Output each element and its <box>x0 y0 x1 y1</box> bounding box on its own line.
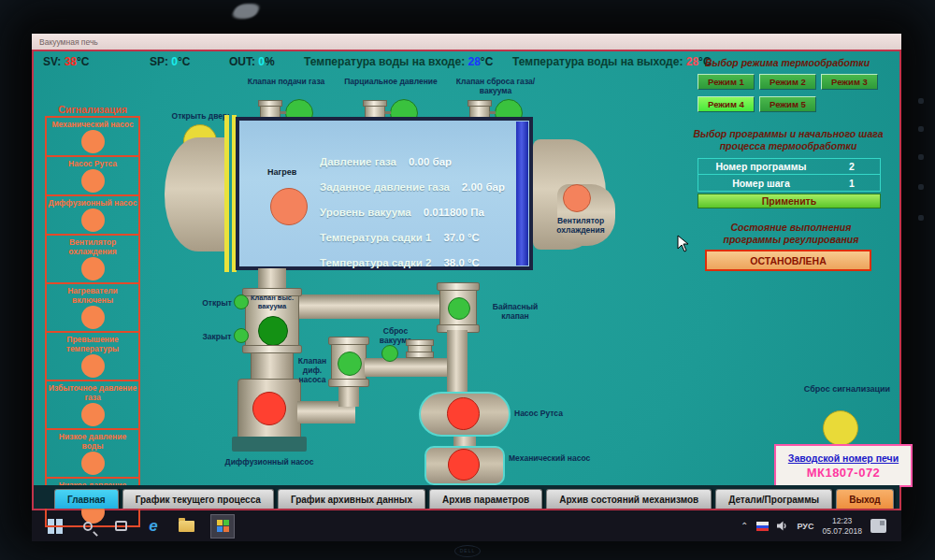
sp-unit: °C <box>178 55 190 68</box>
alarm-lamp-indicator <box>81 130 105 153</box>
high-vacuum-valve-label: Клапан выс. вакуума <box>248 294 296 311</box>
alarm-item-label: Избыточное давление газа <box>48 383 137 402</box>
mode-button[interactable]: Режим 1 <box>698 74 755 90</box>
clock-time: 12:23 <box>822 516 862 526</box>
alarm-item: Механический насос <box>45 116 140 157</box>
monitor-power-button[interactable] <box>918 215 924 221</box>
tab[interactable]: Выход <box>836 489 893 509</box>
monitor-osd-button[interactable] <box>918 154 924 160</box>
mode-button[interactable]: Режим 2 <box>759 74 816 90</box>
language-indicator[interactable]: РУС <box>797 522 813 531</box>
mode-button[interactable]: Режим 5 <box>759 96 816 112</box>
open-state-indicator <box>234 294 249 309</box>
monitor-bezel: DELL Вакуумная печь SV: 38°C SP: 0°C OUT… <box>0 0 935 560</box>
alarm-item: Вентилятор охлаждения <box>45 234 140 284</box>
program-row[interactable]: Номер программы 2 <box>698 159 880 175</box>
diffusion-pump-base <box>232 437 307 452</box>
sv-unit: °C <box>77 55 89 68</box>
notification-center-icon[interactable] <box>870 519 886 533</box>
window-titlebar: Вакуумная печь <box>32 34 901 50</box>
alarm-reset-button[interactable] <box>823 410 858 446</box>
vacuum-release-indicator[interactable] <box>381 345 398 362</box>
apply-button[interactable]: Применить <box>698 194 881 208</box>
reading-row: Температура садки 1 37.0 °C <box>320 224 525 250</box>
tab[interactable]: Главная <box>54 489 119 509</box>
high-vacuum-valve-indicator[interactable] <box>258 316 288 346</box>
diffusion-pump-indicator[interactable] <box>252 392 286 425</box>
scada-app: SV: 38°C SP: 0°C OUT: 0% Температура вод… <box>32 50 901 510</box>
edge-browser-icon[interactable]: e <box>145 518 162 535</box>
windows-taskbar: e ⌃ РУС 12:23 05.0 <box>32 510 901 541</box>
alarm-lamp-indicator <box>81 354 105 378</box>
alarm-item: Диффузионный насос <box>45 194 140 236</box>
program-row-label: Номер программы <box>698 161 824 172</box>
reading-label: Заданное давление газа <box>320 181 450 193</box>
tab[interactable]: График архивных данных <box>278 489 425 509</box>
reading-value: 37.0 °C <box>443 232 479 243</box>
bypass-valve-indicator[interactable] <box>448 297 470 320</box>
pipe <box>447 330 468 395</box>
open-state-label: Открыт <box>200 298 234 308</box>
out-readout: OUT: 0% <box>229 55 275 68</box>
reading-row: Заданное давление газа 2.00 бар <box>320 174 525 199</box>
scada-app-taskbar-icon[interactable] <box>210 514 235 538</box>
furnace-door <box>165 137 232 251</box>
monitor-osd-button[interactable] <box>918 126 924 132</box>
tab[interactable]: График текущего процесса <box>122 489 274 509</box>
program-row-label: Номер шага <box>698 178 824 189</box>
roots-pump-indicator[interactable] <box>447 397 480 430</box>
monitor-osd-button[interactable] <box>918 98 924 104</box>
file-explorer-icon[interactable] <box>178 518 194 535</box>
alarm-lamp-indicator <box>81 208 105 232</box>
sv-value: 38 <box>65 55 77 68</box>
serial-number-title: Заводской номер печи <box>788 452 899 464</box>
heating-label: Нагрев <box>267 167 314 178</box>
clock-date: 05.07.2018 <box>822 526 862 537</box>
diffusion-pump-valve-indicator[interactable] <box>338 352 362 376</box>
bypass-valve-label: Байпасный клапан <box>481 302 550 321</box>
reading-row: Температура садки 2 38.0 °C <box>320 250 525 275</box>
alarm-item: Превышение температуры <box>45 331 140 381</box>
tray-expand-icon[interactable]: ⌃ <box>741 521 748 531</box>
program-row[interactable]: Номер шага 1 <box>698 175 880 191</box>
program-row-value: 1 <box>824 178 880 189</box>
monitor-osd-button[interactable] <box>918 184 924 190</box>
mechanical-pump-label: Механический насос <box>509 453 595 463</box>
tab[interactable]: Архив параметров <box>429 489 542 509</box>
task-view-icon[interactable] <box>112 518 129 535</box>
closed-state-indicator <box>234 328 249 343</box>
reading-label: Температура садки 1 <box>320 232 431 243</box>
water-outlet-readout: Температура воды на выходе: 28°C <box>512 55 712 68</box>
reading-label: Уровень вакуума <box>320 207 411 218</box>
language-flag-icon[interactable] <box>756 522 769 531</box>
heating-indicator <box>270 188 308 225</box>
reading-value: 2.00 бар <box>462 181 505 193</box>
volume-icon[interactable] <box>777 521 788 531</box>
alarm-item-label: Низкое давление воды <box>48 432 137 451</box>
mouse-cursor <box>677 235 690 253</box>
tab[interactable]: Архив состояний механизмов <box>546 489 712 509</box>
water-inlet-readout: Температура воды на входе: 28°C <box>304 55 493 68</box>
water-inlet-value: 28 <box>468 55 480 68</box>
bezel-reflection <box>230 4 261 19</box>
alarm-panel: Механический насос Насос Рутса Диффузион… <box>45 118 140 527</box>
reading-value: 38.0 °C <box>443 257 479 268</box>
alarm-item: Нагреватели включены <box>45 282 140 333</box>
mechanical-pump-indicator[interactable] <box>448 449 480 481</box>
start-button-icon[interactable] <box>47 518 64 535</box>
program-row-value: 2 <box>824 161 880 172</box>
tab[interactable]: Детали/Программы <box>715 489 832 509</box>
cooling-fan-indicator[interactable] <box>563 184 591 212</box>
system-tray: ⌃ РУС 12:23 05.07.2018 <box>741 516 886 536</box>
alarm-item: Низкое давление воды <box>45 428 140 479</box>
pipe <box>365 358 449 377</box>
reading-label: Давление газа <box>320 156 396 167</box>
tab-bar: Главная График текущего процесса График … <box>34 485 899 509</box>
search-icon[interactable] <box>79 518 96 535</box>
mode-button[interactable]: Режим 4 <box>698 96 755 112</box>
bypass-valve <box>439 283 477 332</box>
status-badge: ОСТАНОВЛЕНА <box>705 250 871 271</box>
chamber-readings: Давление газа 0.00 бар Заданное давление… <box>320 149 525 275</box>
clock[interactable]: 12:23 05.07.2018 <box>822 516 862 536</box>
mode-button[interactable]: Режим 3 <box>821 74 878 90</box>
